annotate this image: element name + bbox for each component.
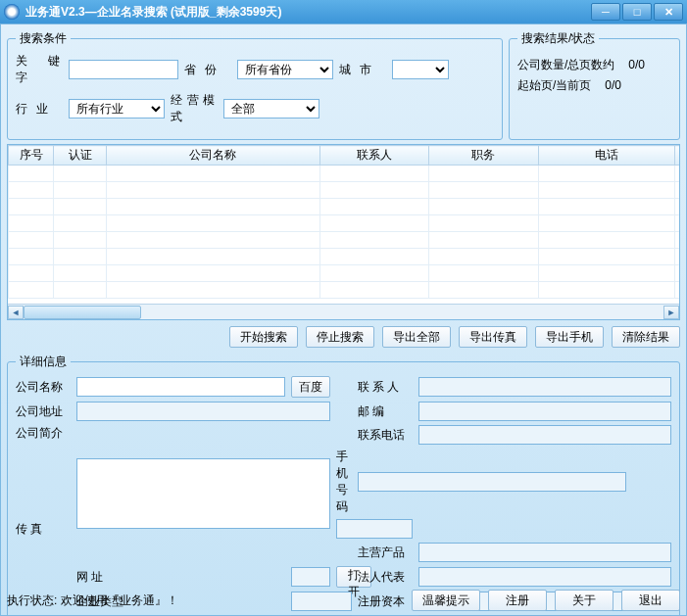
export-fax-button[interactable]: 导出传真 bbox=[459, 326, 527, 348]
scroll-thumb[interactable] bbox=[24, 306, 141, 319]
col-title[interactable]: 职务 bbox=[429, 146, 538, 166]
zip-label: 邮 编 bbox=[358, 403, 413, 420]
industry-label: 行 业 bbox=[16, 101, 63, 118]
table-row[interactable] bbox=[9, 232, 681, 249]
fax-field[interactable] bbox=[336, 519, 413, 539]
clear-results-button[interactable]: 清除结果 bbox=[612, 326, 680, 348]
app-icon bbox=[4, 4, 20, 20]
address-label: 公司地址 bbox=[16, 403, 71, 420]
about-button[interactable]: 关于 bbox=[555, 590, 613, 611]
search-conditions-group: 搜索条件 关 键 字 省 份 所有省份 城 市 行 业 所有行业 经营模 bbox=[7, 30, 503, 140]
company-name-field[interactable] bbox=[76, 377, 285, 397]
col-cert[interactable]: 认证 bbox=[54, 146, 106, 166]
col-phone[interactable]: 电话 bbox=[538, 146, 674, 166]
table-row[interactable] bbox=[9, 249, 681, 265]
products-field[interactable] bbox=[418, 543, 672, 562]
register-button[interactable]: 注册 bbox=[488, 590, 547, 611]
contact-field[interactable] bbox=[418, 377, 672, 397]
industry-select[interactable]: 所有行业 bbox=[69, 99, 165, 118]
website-label: 网 址 bbox=[76, 569, 285, 586]
start-search-button[interactable]: 开始搜索 bbox=[229, 326, 298, 348]
tips-button[interactable]: 温馨提示 bbox=[412, 590, 480, 611]
phone-label: 联系电话 bbox=[358, 427, 413, 444]
table-row[interactable] bbox=[9, 182, 681, 199]
details-legend: 详细信息 bbox=[16, 354, 71, 370]
exit-button[interactable]: 退出 bbox=[621, 590, 680, 611]
products-label: 主营产品 bbox=[358, 545, 413, 561]
minimize-button[interactable]: ─ bbox=[591, 3, 620, 21]
window-title: 业务通V2.3—企业名录搜索 (试用版_剩余3599天) bbox=[25, 4, 591, 21]
titlebar: 业务通V2.3—企业名录搜索 (试用版_剩余3599天) ─ □ ✕ bbox=[0, 0, 687, 24]
table-row[interactable] bbox=[9, 265, 681, 282]
mobile-field[interactable] bbox=[358, 472, 627, 492]
address-field[interactable] bbox=[76, 402, 330, 421]
page-value: 0/0 bbox=[595, 78, 632, 92]
action-buttons: 开始搜索 停止搜索 导出全部 导出传真 导出手机 清除结果 bbox=[7, 326, 680, 348]
fax-label: 传 真 bbox=[16, 521, 71, 538]
count-value: 0/0 bbox=[618, 58, 656, 71]
province-label: 省 份 bbox=[184, 62, 231, 78]
mode-label: 经营模式 bbox=[171, 92, 218, 125]
details-group: 详细信息 公司名称 百度 联 系 人 公司地址 邮 编 公司简介 联系电话 手机… bbox=[7, 354, 680, 616]
mode-select[interactable]: 全部 bbox=[223, 99, 319, 118]
status-legend: 搜索结果/状态 bbox=[517, 30, 599, 47]
company-name-label: 公司名称 bbox=[16, 379, 71, 396]
keyword-label: 关 键 字 bbox=[16, 53, 63, 86]
intro-field[interactable] bbox=[76, 458, 330, 529]
table-row[interactable] bbox=[9, 282, 681, 299]
stop-search-button[interactable]: 停止搜索 bbox=[306, 326, 374, 348]
city-label: 城 市 bbox=[339, 62, 386, 78]
col-contact[interactable]: 联系人 bbox=[319, 146, 428, 166]
col-seq[interactable]: 序号 bbox=[9, 146, 54, 166]
baidu-button[interactable]: 百度 bbox=[291, 376, 330, 398]
export-mobile-button[interactable]: 导出手机 bbox=[535, 326, 604, 348]
maximize-button[interactable]: □ bbox=[622, 3, 652, 21]
legal-field[interactable] bbox=[418, 567, 672, 587]
bottom-bar: 执行状态: 欢迎使用『业务通』！ 温馨提示 注册 关于 退出 bbox=[7, 590, 680, 611]
scroll-left-icon[interactable]: ◄ bbox=[8, 306, 24, 319]
city-select[interactable] bbox=[392, 60, 449, 79]
results-grid[interactable]: 序号 认证 公司名称 联系人 职务 电话 手机 ◄ ► bbox=[7, 144, 680, 320]
count-label: 公司数量/总页数约 bbox=[517, 58, 614, 71]
keyword-input[interactable] bbox=[69, 60, 178, 79]
contact-label: 联 系 人 bbox=[358, 379, 413, 396]
close-button[interactable]: ✕ bbox=[654, 3, 683, 21]
legal-label: 法人代表 bbox=[358, 569, 413, 586]
table-row[interactable] bbox=[9, 166, 681, 182]
province-select[interactable]: 所有省份 bbox=[237, 60, 333, 79]
scroll-right-icon[interactable]: ► bbox=[663, 306, 679, 319]
mobile-label: 手机号码 bbox=[336, 449, 352, 515]
intro-label: 公司简介 bbox=[16, 425, 71, 442]
page-label: 起始页/当前页 bbox=[517, 78, 591, 92]
table-row[interactable] bbox=[9, 215, 681, 232]
export-all-button[interactable]: 导出全部 bbox=[382, 326, 451, 348]
horizontal-scrollbar[interactable]: ◄ ► bbox=[8, 304, 679, 319]
table-row[interactable] bbox=[9, 199, 681, 215]
search-status-group: 搜索结果/状态 公司数量/总页数约 0/0 起始页/当前页 0/0 bbox=[509, 30, 680, 140]
search-legend: 搜索条件 bbox=[16, 30, 71, 47]
zip-field[interactable] bbox=[418, 402, 672, 421]
phone-field[interactable] bbox=[418, 425, 672, 445]
website-field[interactable] bbox=[291, 567, 330, 587]
col-mobile[interactable]: 手机 bbox=[674, 146, 680, 166]
exec-status: 执行状态: 欢迎使用『业务通』！ bbox=[7, 592, 404, 609]
col-company[interactable]: 公司名称 bbox=[106, 146, 319, 166]
window-buttons: ─ □ ✕ bbox=[591, 3, 683, 21]
app-body: 搜索条件 关 键 字 省 份 所有省份 城 市 行 业 所有行业 经营模 bbox=[0, 24, 687, 616]
